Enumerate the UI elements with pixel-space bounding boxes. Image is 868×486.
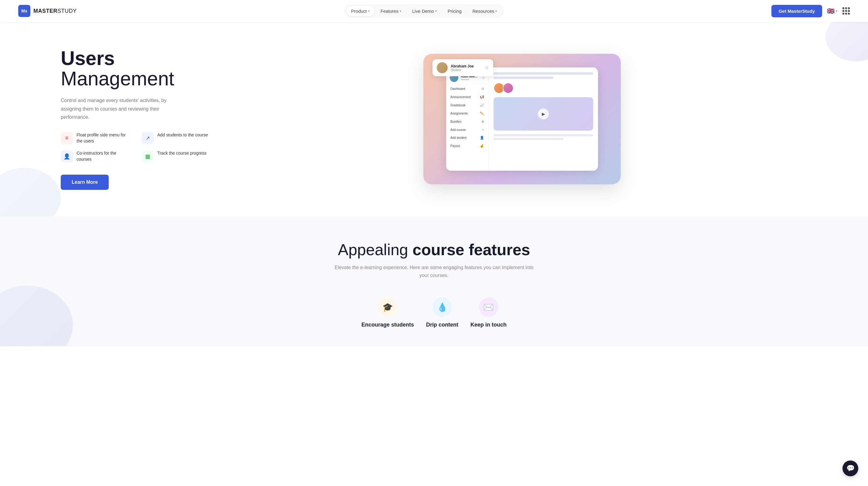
features-grid: ≡ Float profile side menu for the users … [61,132,213,162]
decorative-blob-top-right [826,22,868,61]
progress-bar-1 [494,72,593,75]
dashboard-inner-panel: Adam Newman Teacher ⚙ Dashboard ⊙ Announ… [446,67,598,171]
navbar-right: Get MasterStudy 🇬🇧 ▾ [771,5,850,17]
course-features-description: Elevate the e-learning experience. Here … [331,264,537,279]
user-profile-float-card: Abraham Joe Student ⚙ [432,59,493,76]
learn-more-button[interactable]: Learn More [61,175,109,190]
nav-item-livedemo[interactable]: Live Demo ▾ [407,6,442,16]
dashboard-sidebar: Adam Newman Teacher ⚙ Dashboard ⊙ Announ… [446,67,489,171]
dashboard-menu-icon: ⊙ [482,87,484,91]
course-card-drip: 💧 Drip content [426,297,458,328]
payout-menu-icon: 💰 [480,144,484,148]
navbar-nav: Product ▾ Features ▾ Live Demo ▾ Pricing… [344,4,504,18]
hero-content-left: Users Management Control and manage ever… [61,48,213,190]
add-students-icon: ↗ [142,132,154,144]
feature-item-coinstructors: 👤 Co-instructors for the courses [61,150,132,162]
drip-title: Drip content [426,322,458,328]
coinstructors-icon: 👤 [61,150,73,162]
course-feature-cards: 🎓 Encourage students 💧 Drip content ✉️ K… [24,297,844,328]
student-avatar-2 [503,83,514,94]
chevron-down-icon: ▾ [368,9,370,13]
encourage-title: Encourage students [362,322,414,328]
bundles-menu-icon: ⊕ [482,120,484,124]
user-abraham-avatar [437,62,448,73]
feature-item-add-students: ↗ Add students to the course [142,132,213,144]
video-thumbnail[interactable]: ▶ [494,97,593,131]
decorative-blob-course [0,285,73,346]
nav-item-product[interactable]: Product ▾ [346,6,374,16]
get-masterstudy-button[interactable]: Get MasterStudy [771,5,822,17]
hero-content-right: Abraham Joe Student ⚙ Adam Newman Teache… [213,54,832,184]
feature-item-track-progress: ▦ Track the course progress [142,150,213,162]
settings-icon-small[interactable]: ⚙ [482,76,485,80]
add-course-menu-icon: + [482,128,484,131]
add-student-menu-icon: 👤 [480,136,484,140]
feature-text-coinstructors: Co-instructors for the courses [76,150,132,162]
menu-item-add-student[interactable]: Add student 👤 [446,134,488,142]
dashboard-main-content: ▶ [489,67,598,171]
track-progress-icon: ▦ [142,150,154,162]
user-abraham-info: Abraham Joe Student [451,64,474,72]
feature-text-sidebar: Float profile side menu for the users [76,132,132,144]
encourage-icon: 🎓 [378,297,397,317]
brand-logo[interactable]: Ms MASTERSTUDY [18,5,77,17]
nav-item-pricing[interactable]: Pricing [443,6,466,16]
feature-item-sidebar: ≡ Float profile side menu for the users [61,132,132,144]
hero-section: Users Management Control and manage ever… [0,22,868,216]
nav-item-features[interactable]: Features ▾ [376,6,406,16]
user-abraham-role: Student [451,68,474,72]
keep-in-touch-title: Keep in touch [470,322,506,328]
course-card-encourage: 🎓 Encourage students [362,297,414,328]
menu-item-bundles[interactable]: Bundles ⊕ [446,118,488,126]
dashboard-mockup-card: Abraham Joe Student ⚙ Adam Newman Teache… [423,54,621,184]
apps-grid-icon[interactable] [842,7,850,14]
user-adam-role: Teacher [461,78,479,81]
student-avatars-row [494,83,593,94]
progress-bars [494,72,593,79]
sidebar-menu-icon: ≡ [61,132,73,144]
decorative-blob-bottom-left [0,168,61,216]
nav-item-resources[interactable]: Resources ▾ [468,6,502,16]
menu-item-announcement[interactable]: Announcement 📢 [446,93,488,101]
menu-item-add-course[interactable]: Add course + [446,126,488,134]
menu-item-assignments[interactable]: Assignments ✏️ [446,109,488,118]
menu-item-dashboard[interactable]: Dashboard ⊙ [446,85,488,93]
logo-text: MASTERSTUDY [33,8,77,14]
text-line-partial [494,138,563,140]
feature-text-add-students: Add students to the course [157,132,208,138]
play-button-icon[interactable]: ▶ [538,109,549,119]
content-text-lines [494,134,593,140]
drip-content-icon: 💧 [432,297,452,317]
chevron-down-icon: ▾ [495,9,497,13]
assignments-menu-icon: ✏️ [480,112,484,115]
hero-title: Users Management [61,48,213,89]
user-abraham-name: Abraham Joe [451,64,474,68]
announcement-menu-icon: 📢 [480,95,484,99]
chevron-down-icon: ▾ [435,9,437,13]
navbar: Ms MASTERSTUDY Product ▾ Features ▾ Live… [0,0,868,22]
progress-bar-2 [494,77,593,79]
settings-icon[interactable]: ⚙ [485,65,489,70]
course-features-title: Appealing course features [24,241,844,259]
course-card-keep-in-touch: ✉️ Keep in touch [470,297,506,328]
gradebook-menu-icon: 📈 [480,103,484,107]
course-features-section: Appealing course features Elevate the e-… [0,216,868,346]
keep-in-touch-icon: ✉️ [479,297,498,317]
menu-item-payout[interactable]: Payout 💰 [446,142,488,150]
text-line-full [494,134,593,136]
feature-text-track-progress: Track the course progress [157,150,207,156]
chevron-down-icon: ▾ [400,9,401,13]
hero-description: Control and manage every students' activ… [61,96,188,121]
language-selector[interactable]: 🇬🇧 ▾ [827,7,838,14]
logo-icon: Ms [18,5,30,17]
menu-item-gradebook[interactable]: Gradebook 📈 [446,101,488,109]
